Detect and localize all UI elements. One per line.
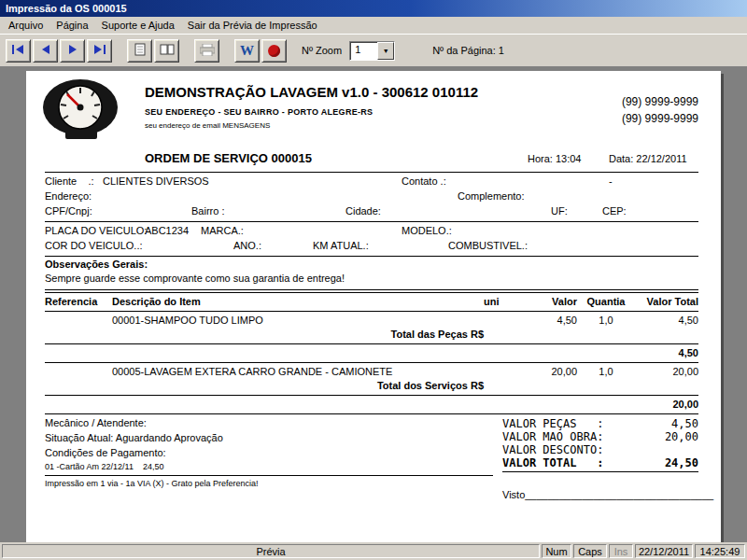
status-caps-lock: Caps bbox=[573, 544, 607, 558]
valor-mao-obra-label: VALOR MAO OBRA: bbox=[502, 430, 603, 443]
single-page-icon bbox=[134, 43, 146, 58]
valor-desconto-label: VALOR DESCONTO: bbox=[502, 443, 603, 456]
zoom-value: 1 bbox=[350, 42, 377, 60]
window-title: Impressão da OS 000015 bbox=[6, 3, 127, 14]
menu-arquivo[interactable]: Arquivo bbox=[2, 18, 49, 33]
total-pecas-label: Total das Peças R$ bbox=[45, 328, 484, 342]
contato-label: Contato .: bbox=[402, 175, 446, 187]
document-footer: Mecânico / Atendente: Situação Atual: Ag… bbox=[45, 417, 698, 500]
footer-left: Mecânico / Atendente: Situação Atual: Ag… bbox=[45, 417, 502, 500]
titlebar[interactable]: Impressão da OS 000015 bbox=[0, 0, 747, 17]
order-title-row: ORDEM DE SERVIÇO 000015 Hora: 13:04 Data… bbox=[45, 149, 698, 170]
order-time: Hora: 13:04 bbox=[528, 153, 581, 164]
previous-page-icon bbox=[41, 45, 50, 56]
client-row-1: Cliente .: CLIENTES DIVERSOS Contato .: … bbox=[45, 175, 698, 189]
divider bbox=[45, 343, 698, 344]
status-num-lock: Num bbox=[542, 544, 571, 558]
zoom-label: Nº Zoom bbox=[302, 45, 342, 56]
condicoes-pagamento-label: Condições de Pagamento: bbox=[45, 447, 493, 458]
impressao-note: Impressão em 1 via - 1a VIA (X) - Grato … bbox=[45, 475, 493, 488]
pdf-icon bbox=[268, 45, 280, 57]
last-page-button[interactable] bbox=[87, 39, 112, 63]
export-pdf-button[interactable] bbox=[261, 39, 287, 63]
phone-2: (99) 9999-9999 bbox=[622, 110, 698, 127]
zoom-select[interactable]: 1 ▼ bbox=[349, 41, 395, 61]
divider bbox=[45, 221, 698, 222]
visto-signature-line: Visto_________________________________ bbox=[502, 489, 698, 500]
first-page-icon bbox=[12, 45, 24, 56]
item-description: 00005-LAVAGEM EXTERA CARRO GRANDE - CAMI… bbox=[112, 365, 484, 379]
placa-value: ABC1234 bbox=[145, 225, 189, 236]
next-page-button[interactable] bbox=[60, 39, 85, 63]
order-date: Data: 22/12/2011 bbox=[609, 153, 687, 164]
item-quantia: 1,0 bbox=[577, 314, 635, 328]
order-title: ORDEM DE SERVIÇO 000015 bbox=[145, 151, 312, 165]
app-window: Impressão da OS 000015 Arquivo Página Su… bbox=[0, 0, 747, 560]
km-label: KM ATUAL.: bbox=[313, 240, 369, 251]
item-description: 00001-SHAMPOO TUDO LIMPO bbox=[112, 314, 484, 328]
valor-pecas-label: VALOR PEÇAS : bbox=[502, 417, 603, 430]
menu-sair-da-previa[interactable]: Sair da Prévia de Impressão bbox=[181, 18, 324, 33]
previous-page-button[interactable] bbox=[33, 39, 58, 63]
page-number-label: Nº da Página: 1 bbox=[432, 45, 504, 56]
chevron-down-icon[interactable]: ▼ bbox=[377, 42, 394, 60]
cor-label: COR DO VEICULO..: bbox=[45, 240, 143, 251]
observations-text: Sempre guarde esse comprovante como sua … bbox=[45, 273, 698, 287]
group-total-label-row: Total dos Serviços R$ bbox=[45, 379, 698, 393]
last-page-icon bbox=[93, 45, 106, 56]
item-quantia: 1,0 bbox=[577, 365, 635, 379]
single-page-view-button[interactable] bbox=[127, 39, 152, 63]
col-uni: uni bbox=[484, 295, 521, 309]
divider bbox=[45, 413, 698, 414]
first-page-button[interactable] bbox=[6, 39, 31, 63]
placa-label: PLACA DO VEICULO: bbox=[45, 225, 147, 236]
footer-right: VALOR PEÇAS : 4,50 VALOR MAO OBRA: 20,00… bbox=[502, 417, 698, 500]
cliente-value: CLIENTES DIVERSOS bbox=[103, 175, 209, 187]
valor-mao-obra-value: 20,00 bbox=[665, 430, 698, 443]
group-total-value-row: 4,50 bbox=[45, 346, 698, 360]
total-servicos-value: 20,00 bbox=[635, 398, 698, 412]
ano-label: ANO.: bbox=[233, 240, 261, 251]
contato-value: - bbox=[609, 175, 613, 187]
divider bbox=[45, 311, 698, 312]
company-title: DEMONSTRAÇÃO LAVAGEM v1.0 - 300612 01011… bbox=[145, 84, 478, 100]
two-page-view-button[interactable] bbox=[154, 39, 179, 63]
mecanico-label: Mecânico / Atendente: bbox=[45, 417, 493, 428]
client-row-2: Endereço: Complemento: bbox=[45, 189, 698, 204]
cpf-label: CPF/Cnpj: bbox=[45, 205, 92, 217]
item-total: 4,50 bbox=[635, 314, 698, 328]
print-preview-area: DEMONSTRAÇÃO LAVAGEM v1.0 - 300612 01011… bbox=[0, 67, 747, 542]
col-valor-total: Valor Total bbox=[635, 295, 698, 309]
toolbar: W Nº Zoom 1 ▼ Nº da Página: 1 bbox=[0, 34, 747, 67]
col-descricao: Descrição do Item bbox=[112, 295, 484, 309]
cliente-label: Cliente .: bbox=[45, 175, 94, 187]
export-word-button[interactable]: W bbox=[234, 39, 260, 63]
col-referencia: Referencia bbox=[45, 295, 112, 309]
document-page: DEMONSTRAÇÃO LAVAGEM v1.0 - 300612 01011… bbox=[26, 71, 721, 542]
pagamento-detail: 01 -Cartão Am 22/12/11 24,50 bbox=[45, 462, 493, 471]
menu-suporte-e-ajuda[interactable]: Suporte e Ajuda bbox=[95, 18, 181, 33]
print-button[interactable] bbox=[194, 39, 219, 63]
divider bbox=[45, 256, 698, 257]
uf-label: UF: bbox=[551, 205, 568, 217]
totals-block: VALOR PEÇAS : 4,50 VALOR MAO OBRA: 20,00… bbox=[502, 417, 698, 472]
item-row: 00005-LAVAGEM EXTERA CARRO GRANDE - CAMI… bbox=[45, 365, 698, 379]
divider bbox=[45, 395, 698, 396]
col-valor: Valor bbox=[521, 295, 577, 309]
item-total: 20,00 bbox=[635, 365, 698, 379]
marca-label: MARCA.: bbox=[201, 225, 244, 236]
next-page-icon bbox=[68, 45, 78, 56]
total-pecas-value: 4,50 bbox=[635, 346, 698, 360]
situacao-atual: Situação Atual: Aguardando Aprovação bbox=[45, 432, 493, 443]
total-servicos-label: Total dos Serviços R$ bbox=[45, 379, 484, 393]
vehicle-row-2: COR DO VEICULO..: ANO.: KM ATUAL.: COMBU… bbox=[45, 239, 698, 254]
col-quantia: Quantia bbox=[577, 295, 635, 309]
client-row-3: CPF/Cnpj: Bairro : Cidade: UF: CEP: bbox=[45, 204, 698, 219]
tachometer-logo-image bbox=[41, 78, 131, 146]
vehicle-row-1: PLACA DO VEICULO: ABC1234 MARCA.: MODELO… bbox=[45, 224, 698, 239]
divider bbox=[45, 362, 698, 363]
status-time: 14:25:49 bbox=[695, 544, 745, 558]
menu-pagina[interactable]: Página bbox=[49, 18, 94, 33]
menubar: Arquivo Página Suporte e Ajuda Sair da P… bbox=[0, 17, 747, 34]
company-address: SEU ENDEREÇO - SEU BAIRRO - PORTO ALEGRE… bbox=[145, 107, 478, 117]
